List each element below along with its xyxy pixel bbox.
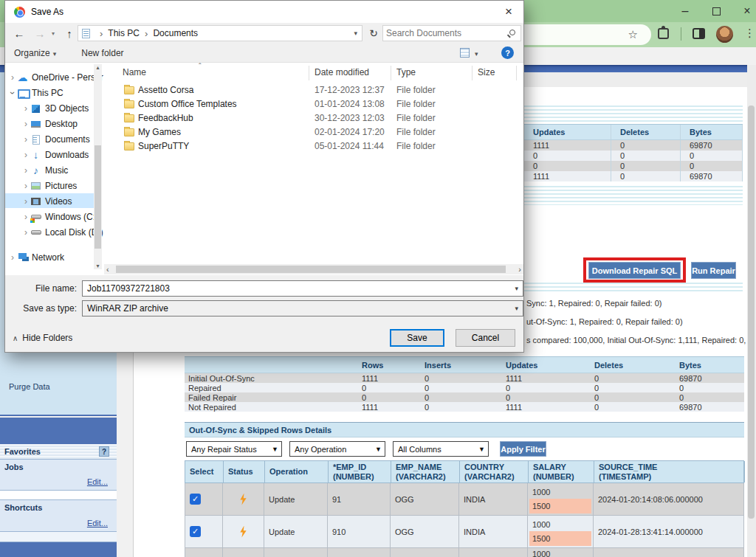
new-folder-button[interactable]: New folder (81, 48, 123, 58)
scrollbar-thumb[interactable] (116, 266, 506, 273)
organize-button[interactable]: Organize▾ (14, 48, 56, 58)
expander-icon[interactable]: › (21, 212, 30, 222)
file-name-label: File name: (5, 283, 77, 294)
dialog-title: Save As (31, 7, 63, 17)
folder-icon (124, 114, 134, 122)
row-checkbox[interactable]: ✓ (190, 526, 201, 537)
scrollbar-thumb[interactable] (94, 145, 101, 249)
browser-maximize-button[interactable] (705, 3, 727, 19)
expander-icon[interactable]: › (21, 165, 30, 176)
tree-item-onedrive[interactable]: › ☁ OneDrive - Persor (8, 70, 103, 85)
browser-close-button[interactable]: × (736, 3, 756, 19)
tree-item-downloads[interactable]: › ↓ Downloads (21, 148, 89, 162)
breadcrumb-item-documents[interactable]: Documents (153, 28, 198, 38)
apply-filter-button[interactable]: Apply Filter (500, 441, 546, 457)
extensions-icon[interactable] (658, 28, 669, 39)
address-dropdown-icon[interactable]: ▾ (354, 30, 357, 37)
browser-minimize-button[interactable]: – (674, 3, 696, 19)
combo-dropdown-icon[interactable]: ▾ (515, 305, 518, 312)
refresh-button[interactable]: ↻ (366, 25, 381, 41)
jobs-edit-link[interactable]: Edit... (87, 477, 108, 486)
sidebar-item-purge-data[interactable]: Purge Data (9, 382, 50, 391)
view-mode-icon[interactable] (460, 48, 470, 58)
scroll-down-icon[interactable]: ▾ (94, 263, 102, 269)
tree-item-this-pc[interactable]: › This PC (8, 86, 63, 100)
up-button[interactable]: ↑ (61, 25, 78, 41)
scroll-right-icon[interactable]: › (518, 265, 521, 274)
file-row[interactable]: FeedbackHub 30-12-2023 12:03 File folder (104, 111, 523, 125)
operation-filter-select[interactable]: Any Operation ▼ (289, 441, 385, 457)
tree-item-3d-objects[interactable]: › 3D Objects (21, 101, 89, 116)
file-name-input[interactable]: Job11709372721803 ▾ (82, 280, 523, 297)
expander-icon[interactable]: › (8, 252, 17, 263)
column-header-type[interactable]: Type (396, 67, 416, 77)
file-row[interactable]: My Games 02-01-2024 17:20 File folder (104, 125, 523, 139)
dialog-body: › ☁ OneDrive - Persor › This PC › 3D Obj… (5, 63, 523, 275)
bookmark-star-icon[interactable]: ☆ (628, 28, 638, 41)
hide-folders-button[interactable]: ∧Hide Folders (13, 333, 72, 343)
page-scrollbar[interactable] (747, 65, 756, 557)
dialog-titlebar[interactable]: Save As × (5, 1, 523, 23)
expander-icon[interactable]: › (21, 181, 30, 191)
tree-item-desktop[interactable]: › Desktop (21, 117, 78, 131)
tree-item-local-disk-d[interactable]: › Local Disk (D:) (21, 225, 103, 240)
dialog-close-button[interactable]: × (498, 2, 519, 21)
tree-scrollbar[interactable]: ▴ ▾ (94, 64, 102, 269)
file-list-horizontal-scrollbar[interactable]: ‹ › (104, 264, 523, 274)
column-header: COUNTRY(VARCHAR2) (460, 461, 529, 482)
help-icon[interactable]: ? (501, 46, 514, 59)
row-checkbox[interactable]: ✓ (190, 494, 201, 505)
details-section-header: Out-Of-Sync & Skipped Rows Details (185, 422, 744, 437)
column-header-name[interactable]: Name (123, 67, 146, 77)
search-box[interactable] (382, 25, 521, 41)
compare-stats-table: Updates Deletes Bytes 1111069870 000 000… (524, 124, 743, 181)
expander-icon[interactable]: › (21, 227, 30, 238)
tree-item-network[interactable]: › Network (8, 250, 64, 265)
tree-item-videos[interactable]: › Videos (21, 194, 72, 209)
recent-locations-dropdown[interactable]: ▾ (48, 25, 58, 41)
columns-filter-select[interactable]: All Columns ▼ (393, 441, 489, 457)
favorites-help-icon[interactable]: ? (99, 446, 109, 457)
tree-item-documents[interactable]: › Documents (21, 132, 90, 147)
file-row[interactable]: Assetto Corsa 17-12-2023 12:37 File fold… (104, 83, 523, 97)
back-button[interactable]: ← (11, 25, 27, 41)
jobs-panel: Jobs Edit... (0, 460, 117, 491)
table-row: Not Repaired 1111 0 1111 0 69870 (185, 402, 744, 412)
expander-icon[interactable]: › (8, 88, 17, 98)
download-repair-sql-button[interactable]: Download Repair SQL (588, 262, 681, 279)
scroll-up-icon[interactable]: ▴ (94, 64, 102, 71)
column-header-size[interactable]: Size (478, 67, 495, 77)
save-as-type-select[interactable]: WinRAR ZIP archive ▾ (82, 300, 523, 316)
table-row: ✓ Update 91 OGG INDIA 1000 1500 2024-01-… (185, 483, 744, 516)
column-header: Select (185, 461, 224, 482)
profile-avatar[interactable] (716, 26, 733, 43)
expander-icon[interactable]: › (21, 103, 30, 114)
expander-icon[interactable]: › (21, 196, 30, 207)
expander-icon[interactable]: › (21, 119, 30, 129)
breadcrumb[interactable]: › This PC › Documents ▾ (78, 25, 362, 41)
side-panel-icon[interactable] (693, 28, 705, 39)
shortcuts-edit-link[interactable]: Edit... (87, 519, 108, 527)
save-button[interactable]: Save (390, 329, 444, 347)
file-row[interactable]: SuperPuTTY 05-01-2024 11:44 File folder (104, 139, 523, 153)
tree-item-windows-c[interactable]: › Windows (C:) (21, 210, 98, 224)
scroll-left-icon[interactable]: ‹ (106, 265, 109, 274)
run-repair-button[interactable]: Run Repair (691, 262, 736, 279)
expander-icon[interactable]: › (21, 134, 30, 145)
cancel-button[interactable]: Cancel (456, 329, 515, 347)
column-header-date-modified[interactable]: Date modified (315, 67, 369, 77)
scrollbar-thumb[interactable] (748, 105, 755, 519)
expander-icon[interactable]: › (8, 72, 17, 83)
combo-dropdown-icon[interactable]: ▾ (515, 285, 518, 292)
caret-down-icon: ▾ (53, 50, 57, 58)
expander-icon[interactable]: › (21, 150, 30, 160)
repair-status-filter-select[interactable]: Any Repair Status ▼ (186, 441, 282, 457)
search-input[interactable] (386, 27, 504, 40)
breadcrumb-item-this-pc[interactable]: This PC (108, 28, 140, 38)
file-row[interactable]: Custom Office Templates 01-01-2024 13:08… (104, 97, 523, 111)
browser-menu-icon[interactable]: ⋮ (744, 27, 755, 40)
tree-item-pictures[interactable]: › Pictures (21, 179, 77, 193)
tree-item-music[interactable]: › ♪ Music (21, 163, 68, 178)
dialog-toolbar: Organize▾ New folder ▾ ? (5, 44, 523, 63)
view-mode-dropdown-icon[interactable]: ▾ (475, 50, 478, 58)
